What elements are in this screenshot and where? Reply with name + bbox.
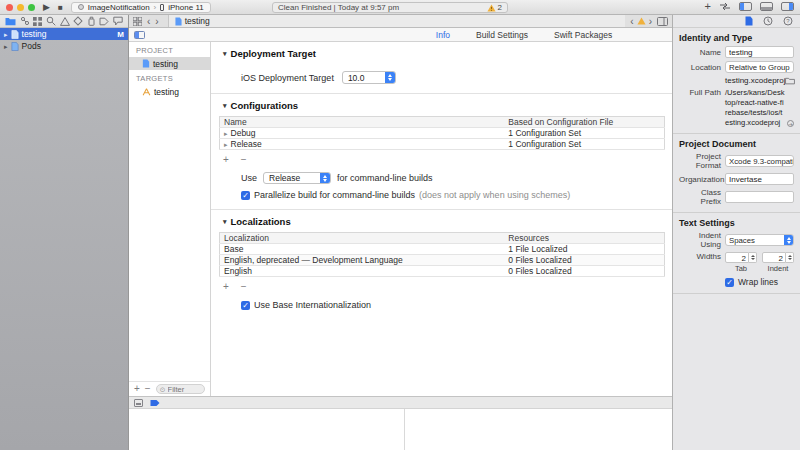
section-title: Localizations <box>231 216 291 227</box>
filter-field[interactable]: ⊙ <box>156 384 205 394</box>
forward-button[interactable]: › <box>155 16 158 27</box>
column-header[interactable]: Based on Configuration File <box>504 117 664 128</box>
tab-width-field[interactable]: 2 <box>725 252 749 263</box>
section-disclosure-icon[interactable]: ▾ <box>223 50 227 57</box>
navigator-item-pods[interactable]: ▸ Pods <box>0 40 128 52</box>
wrap-lines-checkbox[interactable] <box>725 278 734 287</box>
project-format-popup[interactable]: Xcode 9.3-compatible <box>725 155 794 167</box>
modified-badge: M <box>117 30 124 39</box>
navigator-item-testing[interactable]: ▸ testing M <box>0 28 128 40</box>
remove-configuration-button[interactable]: − <box>241 155 247 165</box>
status-text: Clean Finished | Today at 9:57 pm <box>278 3 399 12</box>
organization-field[interactable] <box>725 173 794 185</box>
navigator-sidebar: ▸ testing M ▸ Pods <box>0 15 128 450</box>
project-navigator-icon[interactable] <box>5 16 16 26</box>
table-row[interactable]: Base 1 File Localized <box>220 244 665 255</box>
report-navigator-icon[interactable] <box>113 16 123 26</box>
table-row[interactable]: English, deprecated — Development Langua… <box>220 255 665 266</box>
scheme-app-icon <box>78 4 84 10</box>
column-header[interactable]: Name <box>220 117 505 128</box>
table-row[interactable]: ▸Release 1 Configuration Set <box>220 139 665 150</box>
disclosure-triangle-icon[interactable]: ▸ <box>4 43 8 50</box>
tab-info[interactable]: Info <box>436 30 450 40</box>
editor-arrows-icon[interactable] <box>719 2 731 11</box>
add-editor-button[interactable]: + <box>705 2 711 11</box>
history-inspector-icon[interactable] <box>763 16 773 26</box>
disclosure-triangle-icon[interactable]: ▸ <box>224 141 228 148</box>
command-line-config-popup[interactable]: Release <box>263 172 331 184</box>
test-navigator-icon[interactable] <box>73 16 83 26</box>
column-header[interactable]: Resources <box>504 233 664 244</box>
editor-tab-testing[interactable]: testing <box>168 15 626 27</box>
toggle-inspector-button[interactable] <box>781 2 794 11</box>
parallelize-checkbox[interactable] <box>241 191 250 200</box>
disclosure-triangle-icon[interactable]: ▸ <box>4 31 8 38</box>
add-localization-button[interactable]: + <box>223 282 229 292</box>
ios-deployment-target-popup[interactable]: 10.0 <box>342 71 396 84</box>
indent-width-group: 2 Indent <box>762 252 794 273</box>
section-disclosure-icon[interactable]: ▾ <box>223 218 227 225</box>
table-row[interactable]: ▸Debug 1 Configuration Set <box>220 128 665 139</box>
name-field[interactable] <box>725 46 794 58</box>
hide-debug-area-icon[interactable] <box>134 399 143 407</box>
editor-options-icon[interactable] <box>657 17 668 26</box>
zoom-window-button[interactable] <box>28 4 35 11</box>
class-prefix-field[interactable] <box>725 191 794 203</box>
base-internationalization-label: Use Base Internationalization <box>254 300 371 310</box>
section-disclosure-icon[interactable]: ▾ <box>223 102 227 109</box>
add-target-button[interactable]: + <box>134 384 140 394</box>
tab-width-stepper[interactable] <box>749 252 757 263</box>
configurations-table: Name Based on Configuration File ▸Debug … <box>219 116 665 150</box>
scheme-separator: › <box>154 3 157 12</box>
filter-input[interactable] <box>168 385 201 394</box>
outline-project-testing[interactable]: testing <box>129 57 210 70</box>
minimize-window-button[interactable] <box>17 4 24 11</box>
full-path-value: /Users/kans/Desktop/react-native-firebas… <box>725 88 794 127</box>
next-issue-button[interactable]: › <box>649 16 652 27</box>
table-row[interactable]: English 0 Files Localized <box>220 266 665 277</box>
symbol-navigator-icon[interactable] <box>33 17 42 26</box>
console-split-divider[interactable] <box>404 409 405 450</box>
previous-issue-button[interactable]: ‹ <box>630 16 633 27</box>
toggle-document-outline-icon[interactable] <box>134 31 145 39</box>
find-navigator-icon[interactable] <box>46 16 56 26</box>
quick-help-inspector-icon[interactable]: ? <box>783 16 793 26</box>
project-document-header: Project Document <box>679 139 794 149</box>
popup-value: Xcode 9.3-compatible <box>726 156 794 166</box>
table-header-row: Name Based on Configuration File <box>220 117 665 128</box>
breakpoint-navigator-icon[interactable] <box>99 17 109 26</box>
remove-localization-button[interactable]: − <box>241 282 247 292</box>
issue-navigator-icon[interactable] <box>60 17 70 26</box>
debug-console-area[interactable] <box>129 409 672 450</box>
choose-folder-icon[interactable] <box>785 77 795 85</box>
source-control-icon[interactable] <box>20 16 30 26</box>
tab-width-group: 2 Tab <box>725 252 757 273</box>
close-window-button[interactable] <box>6 4 13 11</box>
outline-item-label: testing <box>153 59 178 69</box>
scheme-selector[interactable]: ImageNotification › iPhone 11 <box>71 2 211 13</box>
tab-build-settings[interactable]: Build Settings <box>476 30 528 40</box>
run-button[interactable]: ▶ <box>43 3 50 12</box>
toggle-debug-area-button[interactable] <box>760 2 773 11</box>
disclosure-triangle-icon[interactable]: ▸ <box>224 130 228 137</box>
back-button[interactable]: ‹ <box>147 16 150 27</box>
stop-button[interactable]: ■ <box>58 3 63 12</box>
reveal-path-arrow-icon[interactable]: ➔ <box>787 120 794 127</box>
tab-swift-packages[interactable]: Swift Packages <box>554 30 612 40</box>
tab-overview-icon[interactable] <box>133 17 142 26</box>
toggle-navigator-button[interactable] <box>739 2 752 11</box>
indent-using-popup[interactable]: Spaces <box>725 234 794 246</box>
remove-target-button[interactable]: − <box>145 384 151 394</box>
outline-target-testing[interactable]: testing <box>129 85 210 98</box>
column-header[interactable]: Localization <box>220 233 505 244</box>
file-inspector-icon[interactable] <box>745 16 753 26</box>
add-configuration-button[interactable]: + <box>223 155 229 165</box>
location-popup[interactable]: Relative to Group <box>725 61 794 73</box>
activity-status-bar[interactable]: Clean Finished | Today at 9:57 pm 2 <box>272 2 508 13</box>
indent-width-stepper[interactable] <box>786 252 794 263</box>
debug-navigator-icon[interactable] <box>87 16 96 26</box>
breakpoints-toggle-icon[interactable] <box>150 399 160 407</box>
svg-text:?: ? <box>786 18 790 24</box>
indent-width-field[interactable]: 2 <box>762 252 786 263</box>
base-internationalization-checkbox[interactable] <box>241 301 250 310</box>
